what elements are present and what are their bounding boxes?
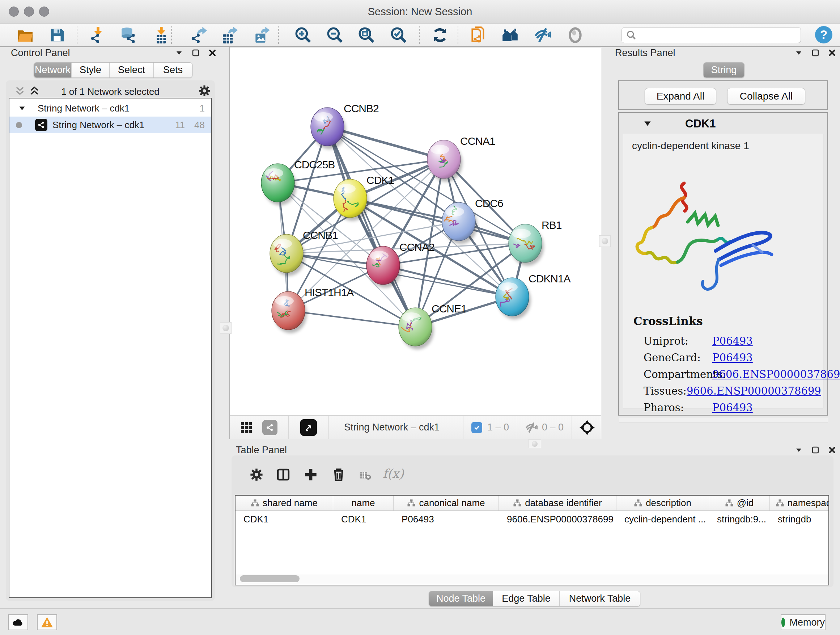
string-view-icon[interactable] xyxy=(262,420,278,435)
import-table-button[interactable] xyxy=(151,26,172,44)
results-hscrollbar[interactable] xyxy=(619,417,828,423)
right-splitter-handle[interactable] xyxy=(599,235,611,247)
table-cell[interactable]: P06493 xyxy=(393,511,499,527)
network-node-ccna2[interactable]: CCNA2 xyxy=(366,241,434,288)
table-cell[interactable]: CDK1 xyxy=(235,511,333,527)
memory-button[interactable]: Memory xyxy=(781,614,826,630)
network-tree-selected-row[interactable]: String Network – cdk1 11 48 xyxy=(9,117,211,133)
table-cell[interactable]: stringdb xyxy=(770,511,829,527)
close-panel-icon[interactable] xyxy=(208,49,217,57)
grid-view-icon[interactable] xyxy=(239,420,254,435)
table-cell[interactable]: stringdb:9... xyxy=(709,511,770,527)
open-session-button[interactable] xyxy=(15,26,35,44)
table-options-gear-icon[interactable] xyxy=(249,467,264,482)
hscrollbar-thumb[interactable] xyxy=(240,575,300,582)
network-collection-count: 1 xyxy=(200,103,205,114)
network-canvas[interactable]: CCNB2CCNA1CDC25BCDK1CDC6RB1CCNB1CCNA2CDK… xyxy=(230,48,601,415)
tree-expander-icon[interactable] xyxy=(18,104,26,112)
crosslink-link[interactable]: P06493 xyxy=(712,402,753,414)
zoom-in-button[interactable] xyxy=(293,26,313,44)
help-glyph: ? xyxy=(820,28,827,42)
close-panel-icon[interactable] xyxy=(828,49,836,57)
expand-all-button[interactable]: Expand All xyxy=(645,88,716,105)
search-field[interactable] xyxy=(622,27,801,43)
crosslink-link[interactable]: P06493 xyxy=(712,352,753,364)
crosslink-link[interactable]: 9606.ENSP00000378699 xyxy=(687,385,821,397)
warnings-button[interactable] xyxy=(37,614,57,630)
refresh-button[interactable] xyxy=(430,26,450,44)
crosslink-link[interactable]: P06493 xyxy=(712,335,753,347)
network-node-rb1[interactable]: RB1 xyxy=(508,219,562,266)
zoom-selected-button[interactable] xyxy=(388,26,409,44)
network-node-hist1h1a[interactable]: HIST1H1A xyxy=(272,287,354,333)
help-button[interactable]: ? xyxy=(815,26,832,43)
collapse-panel-icon[interactable] xyxy=(794,49,803,57)
network-options-gear-icon[interactable] xyxy=(197,84,211,98)
string-home-button[interactable] xyxy=(500,26,520,44)
left-splitter-handle[interactable] xyxy=(220,322,232,334)
column-header-canonical-name[interactable]: canonical name xyxy=(393,496,499,510)
network-node-ccne1[interactable]: CCNE1 xyxy=(399,302,467,349)
show-columns-icon[interactable] xyxy=(276,467,291,482)
detach-view-icon[interactable] xyxy=(300,419,317,436)
float-panel-icon[interactable] xyxy=(811,49,820,57)
tab-node-table[interactable]: Node Table xyxy=(429,591,493,606)
column-header-namespace[interactable]: namespace xyxy=(770,496,829,510)
export-image-button[interactable] xyxy=(251,26,272,44)
tab-network-table[interactable]: Network Table xyxy=(560,591,640,606)
collapse-panel-icon[interactable] xyxy=(175,49,183,57)
entry-expander-icon[interactable] xyxy=(643,119,652,128)
toolbar-separator xyxy=(278,27,279,44)
tab-sets[interactable]: Sets xyxy=(154,63,192,78)
float-panel-icon[interactable] xyxy=(191,49,200,57)
crosslink-link[interactable]: 9606.ENSP00000378699 xyxy=(712,368,840,380)
tab-style[interactable]: Style xyxy=(72,63,110,78)
network-label: String Network – cdk1 xyxy=(52,119,144,131)
network-node-cdk1[interactable]: CDK1 xyxy=(333,174,394,221)
tab-select[interactable]: Select xyxy=(110,63,154,78)
table-cell[interactable]: CDK1 xyxy=(333,511,393,527)
tab-string[interactable]: String xyxy=(704,63,744,78)
table-cell[interactable]: cyclin-dependent ... xyxy=(616,511,709,527)
network-node-ccna1[interactable]: CCNA1 xyxy=(427,135,495,182)
birdseye-view-button[interactable] xyxy=(565,26,585,44)
results-panel-header-icons xyxy=(794,49,836,57)
string-document-button[interactable] xyxy=(469,26,489,44)
delete-column-icon[interactable] xyxy=(331,466,347,482)
selected-checkbox-icon[interactable] xyxy=(471,422,482,433)
add-column-icon[interactable] xyxy=(303,467,318,482)
column-header-description[interactable]: description xyxy=(616,496,709,510)
collapse-panel-icon[interactable] xyxy=(794,446,803,454)
close-panel-icon[interactable] xyxy=(828,446,836,454)
search-input[interactable] xyxy=(636,29,793,41)
results-panel-tabs: String xyxy=(703,62,745,78)
zoom-out-button[interactable] xyxy=(325,26,345,44)
tab-network[interactable]: Network xyxy=(34,63,72,78)
network-node-label: CCNA1 xyxy=(460,135,495,147)
zoom-fit-button[interactable] xyxy=(356,26,377,44)
tab-edge-table[interactable]: Edge Table xyxy=(493,591,560,606)
column-header--id[interactable]: @id xyxy=(709,496,770,510)
network-node-cdc6[interactable]: CDC6 xyxy=(442,197,503,244)
float-panel-icon[interactable] xyxy=(811,446,820,454)
table-hscrollbar[interactable] xyxy=(236,574,828,584)
import-database-button[interactable] xyxy=(118,26,139,44)
save-session-button[interactable] xyxy=(47,26,67,44)
table-cell[interactable]: 9606.ENSP00000378699 xyxy=(499,511,616,527)
column-header-name[interactable]: name xyxy=(333,496,393,510)
column-header-database-identifier[interactable]: database identifier xyxy=(499,496,616,510)
network-node-cdkn1a[interactable]: CDKN1A xyxy=(496,272,571,319)
collapse-all-button[interactable]: Collapse All xyxy=(727,88,805,105)
export-network-button[interactable] xyxy=(188,26,209,44)
table-row[interactable]: CDK1CDK1P064939606.ENSP00000378699cyclin… xyxy=(235,511,829,527)
fit-content-crosshair-icon[interactable] xyxy=(578,419,596,436)
column-header-shared-name[interactable]: shared name xyxy=(235,496,333,510)
network-edge[interactable] xyxy=(288,310,415,327)
bottom-splitter-handle[interactable] xyxy=(528,440,541,448)
network-tree-root-row[interactable]: String Network – cdk1 1 xyxy=(9,98,211,117)
export-table-button[interactable] xyxy=(219,26,240,44)
import-network-button[interactable] xyxy=(88,26,108,44)
hide-unhide-button[interactable] xyxy=(532,26,553,44)
network-node-ccnb1[interactable]: CCNB1 xyxy=(270,229,338,276)
cloud-status-button[interactable] xyxy=(8,614,28,630)
